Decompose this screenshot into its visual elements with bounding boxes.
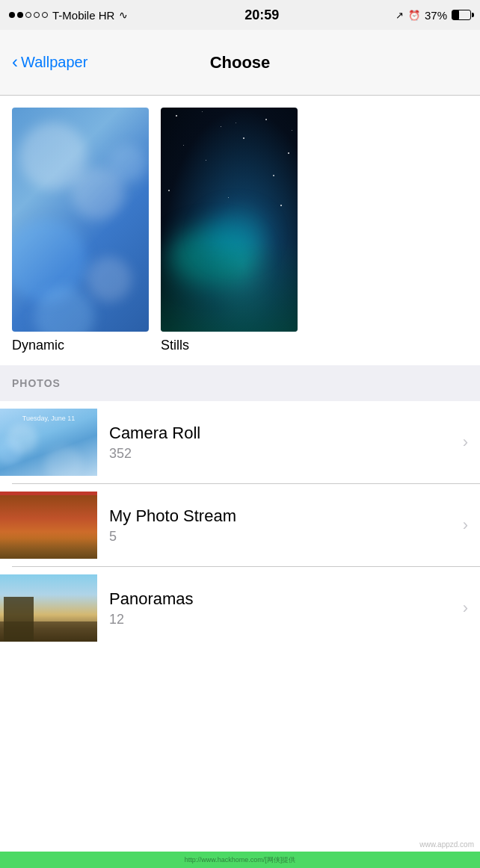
photo-stream-main-thumb	[0, 492, 97, 559]
photos-header-label: PHOTOS	[12, 377, 61, 389]
camera-roll-chevron-icon: ›	[463, 433, 468, 452]
photo-stream-thumbnail	[0, 492, 97, 559]
back-chevron-icon: ‹	[12, 53, 18, 71]
panoramas-name: Panoramas	[109, 589, 457, 609]
battery-percent: 37%	[425, 9, 447, 22]
signal-dots	[9, 12, 48, 18]
album-item-photo-stream[interactable]: My Photo Stream 5 ›	[12, 484, 480, 567]
photo-stream-name: My Photo Stream	[109, 506, 457, 526]
carrier-label: T-Mobile HR	[52, 9, 114, 22]
wallpaper-item-dynamic[interactable]: Dynamic	[12, 108, 149, 353]
back-label: Wallpaper	[21, 54, 87, 71]
panoramas-main-thumb	[0, 574, 97, 642]
bottom-bar: www.appzd.com http://www.hackhome.com/[网…	[0, 838, 480, 868]
status-right: ↗ ⏰ 37%	[396, 9, 471, 22]
status-time: 20:59	[244, 7, 279, 23]
signal-dot-4	[34, 12, 40, 18]
location-icon: ↗	[396, 10, 404, 21]
stills-thumbnail[interactable]	[161, 108, 298, 332]
albums-list: Tuesday, June 11 Camera Roll 352 › My Ph…	[0, 401, 480, 649]
stills-label: Stills	[161, 338, 189, 353]
photo-stream-info: My Photo Stream 5	[109, 506, 457, 545]
panoramas-chevron-icon: ›	[463, 598, 468, 618]
alarm-icon: ⏰	[408, 10, 420, 21]
signal-dot-5	[42, 12, 48, 18]
panoramas-thumbnail	[0, 574, 97, 642]
photo-stream-chevron-icon: ›	[463, 515, 468, 535]
signal-dot-2	[17, 12, 23, 18]
main-content: Dynamic	[0, 96, 480, 353]
album-item-camera-roll[interactable]: Tuesday, June 11 Camera Roll 352 ›	[12, 401, 480, 484]
camera-roll-name: Camera Roll	[109, 424, 457, 443]
wifi-icon: ∿	[119, 9, 128, 21]
dynamic-thumbnail[interactable]	[12, 108, 149, 332]
dynamic-label: Dynamic	[12, 338, 64, 353]
camera-roll-count: 352	[109, 446, 457, 462]
nav-title: Choose	[210, 53, 271, 72]
wallpaper-grid: Dynamic	[12, 108, 468, 353]
battery-icon	[452, 10, 471, 20]
status-bar: T-Mobile HR ∿ 20:59 ↗ ⏰ 37%	[0, 0, 480, 30]
red-strip	[0, 492, 97, 495]
signal-dot-1	[9, 12, 15, 18]
nav-bar: ‹ Wallpaper Choose	[0, 30, 480, 96]
panoramas-count: 12	[109, 612, 457, 627]
camera-roll-info: Camera Roll 352	[109, 424, 457, 462]
signal-dot-3	[25, 12, 31, 18]
camera-roll-main-thumb: Tuesday, June 11	[0, 409, 97, 476]
back-button[interactable]: ‹ Wallpaper	[12, 54, 87, 71]
status-left: T-Mobile HR ∿	[9, 9, 128, 22]
camera-roll-thumbnail: Tuesday, June 11	[0, 409, 97, 476]
wallpaper-item-stills[interactable]: Stills	[161, 108, 298, 353]
panoramas-info: Panoramas 12	[109, 589, 457, 627]
photo-stream-count: 5	[109, 529, 457, 545]
photos-section-header: PHOTOS	[0, 365, 480, 401]
album-item-panoramas[interactable]: Panoramas 12 ›	[12, 567, 480, 649]
dynamic-bg	[12, 108, 149, 332]
stills-bg	[161, 108, 298, 332]
